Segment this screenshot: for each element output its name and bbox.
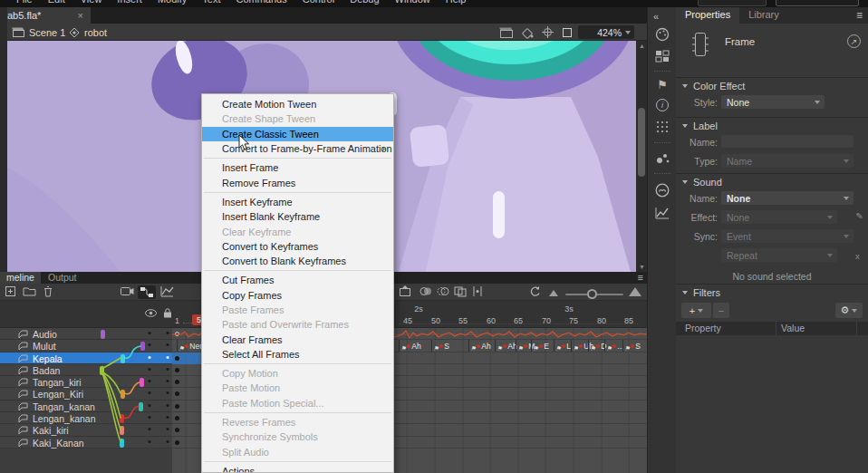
- filter-options-button[interactable]: ⚙: [835, 303, 863, 318]
- color-effect-header[interactable]: Color Effect: [676, 78, 868, 93]
- edit-envelope-icon[interactable]: ✎: [856, 211, 863, 221]
- layer-visibility-dot[interactable]: [146, 352, 155, 364]
- menubar-item[interactable]: Window: [395, 0, 430, 5]
- tab-properties[interactable]: Properties: [676, 7, 739, 24]
- menubar-item[interactable]: Help: [446, 0, 467, 5]
- layer-row-header[interactable]: Kepala: [0, 352, 172, 364]
- layer-parent-pill[interactable]: [100, 366, 104, 375]
- workspace-switcher[interactable]: [698, 0, 767, 6]
- keyframe-dot[interactable]: [175, 391, 179, 396]
- frame-label-keyframe[interactable]: Ah: [468, 340, 491, 352]
- context-menu-item[interactable]: Clear Frames: [202, 332, 393, 346]
- quick-help-icon[interactable]: ↗: [847, 34, 861, 48]
- camera-preview-icon[interactable]: [500, 27, 513, 38]
- creative-cloud-icon[interactable]: [655, 183, 670, 198]
- label-type-dropdown[interactable]: Name: [721, 154, 854, 168]
- context-menu-item[interactable]: Cut Frames: [202, 273, 393, 287]
- frame-label-keyframe[interactable]: S: [431, 340, 449, 352]
- camera-layer-icon[interactable]: [121, 285, 134, 296]
- sound-effect-dropdown[interactable]: None: [721, 210, 837, 224]
- delete-layer-icon[interactable]: [43, 285, 53, 297]
- context-menu-item[interactable]: Insert Frame: [202, 160, 393, 175]
- tab-library[interactable]: Library: [739, 7, 788, 24]
- onion-skin-icon[interactable]: [420, 285, 432, 297]
- layer-visibility-dot[interactable]: [146, 412, 155, 424]
- layer-parent-pill[interactable]: [121, 354, 125, 363]
- layer-row-header[interactable]: Tangan_kiri: [0, 376, 172, 388]
- tab-output[interactable]: Output: [42, 272, 83, 284]
- menubar-item[interactable]: File: [16, 0, 33, 5]
- stage-zoom-select[interactable]: 424%: [578, 25, 634, 39]
- breadcrumb-scene[interactable]: Scene 1: [13, 24, 65, 41]
- layer-parent-pill[interactable]: [140, 342, 145, 351]
- keyframe-dot[interactable]: [175, 332, 179, 336]
- chart-panel-icon[interactable]: [655, 207, 670, 219]
- layer-row-header[interactable]: Lengan_Kiri: [0, 388, 172, 400]
- frame-label-keyframe[interactable]: Ah: [495, 340, 517, 352]
- remove-filter-button[interactable]: −: [713, 303, 729, 318]
- layer-parenting-toggle[interactable]: [138, 285, 156, 299]
- lock-column-icon[interactable]: [163, 308, 172, 318]
- label-name-input[interactable]: [721, 135, 854, 148]
- label-header[interactable]: Label: [676, 118, 868, 133]
- layer-visibility-dot[interactable]: [146, 364, 155, 376]
- keyframe-dot[interactable]: [175, 356, 179, 361]
- breadcrumb-symbol[interactable]: robot: [69, 24, 107, 41]
- context-menu-item[interactable]: Paste Frames: [202, 303, 393, 317]
- clip-content-icon[interactable]: [562, 27, 573, 38]
- flag-panel-icon[interactable]: ⚑: [657, 81, 668, 90]
- context-menu-item[interactable]: Copy Frames: [202, 288, 393, 303]
- info-panel-icon[interactable]: i: [656, 99, 669, 111]
- menubar-item[interactable]: View: [81, 0, 102, 5]
- layer-visibility-dot[interactable]: [146, 424, 155, 436]
- menubar-item[interactable]: Edit: [48, 0, 65, 5]
- stage-vertical-scrollbar[interactable]: ▲ ▼: [636, 41, 647, 272]
- layer-depth-graph-icon[interactable]: [160, 285, 174, 297]
- layer-parent-pill[interactable]: [120, 439, 124, 448]
- context-menu-item[interactable]: Actions: [202, 464, 393, 473]
- scroll-up-icon[interactable]: ▲: [639, 43, 645, 49]
- add-filter-button[interactable]: +: [681, 303, 711, 318]
- onion-skin-outlines-icon[interactable]: [437, 285, 449, 297]
- frame-label-keyframe[interactable]: E: [531, 340, 549, 352]
- keyframe-dot[interactable]: [175, 416, 179, 420]
- context-menu-item[interactable]: Create Motion Tween: [202, 97, 393, 111]
- layer-visibility-dot[interactable]: [146, 340, 155, 352]
- context-menu-item[interactable]: Paste Motion: [202, 381, 393, 395]
- panel-menu-icon[interactable]: ≡: [856, 9, 863, 22]
- context-menu-item[interactable]: Create Classic Tween: [202, 127, 393, 141]
- edit-multiple-frames-icon[interactable]: [454, 285, 467, 297]
- particles-icon[interactable]: [656, 152, 670, 164]
- frame-label-keyframe[interactable]: S: [622, 340, 641, 352]
- timeline-panel-menu-icon[interactable]: ≡: [638, 272, 643, 283]
- timeline-zoom-out-icon[interactable]: [549, 289, 558, 296]
- filters-header[interactable]: Filters: [676, 285, 868, 300]
- frame-label-keyframe[interactable]: ...: [604, 340, 623, 352]
- paint-fill-icon[interactable]: [521, 27, 534, 38]
- context-menu-item[interactable]: Split Audio: [202, 445, 393, 459]
- reset-timeline-zoom-icon[interactable]: [529, 285, 541, 297]
- context-menu-item[interactable]: Convert to Keyframes: [202, 239, 393, 254]
- scroll-down-icon[interactable]: ▼: [639, 264, 645, 270]
- context-menu-item[interactable]: Remove Frames: [202, 175, 393, 189]
- layer-visibility-dot[interactable]: [146, 388, 155, 400]
- new-layer-icon[interactable]: [5, 285, 17, 297]
- context-menu-item[interactable]: Create Shape Tween: [202, 111, 393, 126]
- menubar-item[interactable]: Debug: [350, 0, 379, 5]
- layer-row-header[interactable]: Kaki_kiri: [0, 424, 172, 436]
- layer-parent-pill[interactable]: [140, 378, 144, 387]
- document-tab[interactable]: ab5.fla* ×: [0, 7, 91, 24]
- menubar-item[interactable]: Modify: [158, 0, 187, 5]
- layer-visibility-dot[interactable]: [146, 328, 155, 340]
- context-menu-item[interactable]: Synchronize Symbols: [202, 430, 393, 444]
- menubar-item[interactable]: Control: [303, 0, 334, 5]
- layer-row-header[interactable]: Audio: [0, 328, 172, 340]
- keyframe-dot[interactable]: [175, 428, 179, 432]
- layer-row-header[interactable]: Lengan_kanan: [0, 412, 172, 424]
- layer-row-header[interactable]: Badan: [0, 364, 172, 376]
- collapse-panels-icon[interactable]: «: [653, 11, 659, 22]
- timeline-zoom-in-icon[interactable]: [629, 286, 641, 296]
- context-menu-item[interactable]: Clear Keyframe: [202, 224, 393, 238]
- center-stage-icon[interactable]: [542, 26, 554, 38]
- layer-row-header[interactable]: Tangan_kanan: [0, 401, 172, 412]
